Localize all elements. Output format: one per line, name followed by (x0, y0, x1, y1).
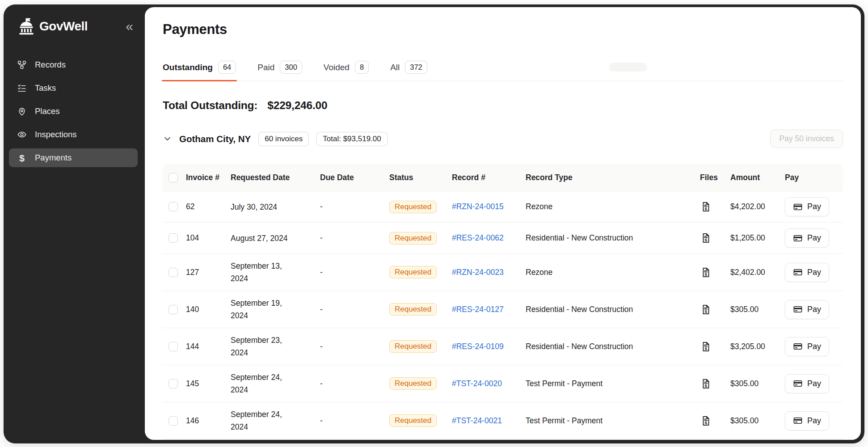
sidebar-nav: Records Tasks Places (4, 55, 145, 167)
invoice-number: 145 (186, 379, 231, 388)
tab-count-badge: 64 (218, 61, 236, 74)
tasks-icon (17, 83, 27, 93)
tab-outstanding[interactable]: Outstanding 64 (163, 61, 236, 81)
sidebar-item-tasks[interactable]: Tasks (9, 79, 138, 97)
requested-date: September 13, 2024 (231, 260, 320, 285)
record-link[interactable]: #RES-24-0127 (452, 305, 504, 314)
amount: $2,402.00 (730, 268, 785, 277)
sidebar-item-places[interactable]: Places (9, 102, 138, 121)
amount: $1,205.00 (730, 233, 785, 243)
row-checkbox[interactable] (169, 379, 178, 388)
pay-button[interactable]: Pay (785, 228, 829, 248)
invoice-file-icon[interactable]: $ (700, 378, 712, 389)
pay-button[interactable]: Pay (785, 300, 829, 319)
pay-button[interactable]: Pay (785, 411, 829, 430)
pay-button-label: Pay (807, 416, 821, 426)
due-date: - (320, 233, 389, 243)
sidebar-item-label: Inspections (35, 130, 77, 139)
record-link[interactable]: #TST-24-0021 (452, 416, 502, 426)
record-link[interactable]: #RZN-24-0023 (452, 268, 504, 277)
sidebar-header: GovWell « (4, 4, 145, 36)
sidebar-item-inspections[interactable]: Inspections (9, 125, 138, 144)
invoice-file-icon[interactable]: $ (700, 201, 712, 213)
column-header-amount: Amount (730, 173, 785, 182)
requested-date: August 27, 2024 (231, 232, 320, 245)
row-checkbox[interactable] (169, 342, 178, 351)
pay-button[interactable]: Pay (785, 337, 829, 356)
record-link[interactable]: #RZN-24-0015 (452, 202, 504, 211)
dollar-icon: $ (17, 152, 27, 163)
row-checkbox[interactable] (169, 416, 178, 426)
row-checkbox[interactable] (169, 202, 178, 211)
record-link[interactable]: #TST-24-0020 (452, 379, 502, 388)
sidebar-item-label: Records (35, 60, 66, 70)
brand-name: GovWell (39, 19, 88, 34)
column-header-files: Files (698, 173, 730, 182)
invoice-file-icon[interactable]: $ (700, 232, 712, 244)
column-header-record: Record # (452, 173, 526, 182)
main-content: Payments Outstanding 64 Paid 300 Voided … (145, 7, 861, 440)
tab-paid[interactable]: Paid 300 (257, 61, 302, 81)
record-type: Rezone (526, 268, 698, 277)
table-footer-strip (163, 439, 843, 440)
pay-all-invoices-button[interactable]: Pay 50 invoices (770, 130, 843, 148)
sidebar-item-payments[interactable]: $ Payments (9, 148, 138, 167)
tab-voided[interactable]: Voided 8 (324, 61, 369, 81)
invoice-number: 62 (186, 202, 231, 211)
row-checkbox[interactable] (169, 268, 178, 277)
due-date: - (320, 305, 389, 314)
invoice-file-icon[interactable]: $ (700, 341, 712, 352)
sidebar-item-records[interactable]: Records (9, 55, 138, 74)
record-link[interactable]: #RES-24-0062 (452, 233, 504, 243)
page-title: Payments (163, 21, 843, 38)
record-type: Test Permit - Payment (526, 379, 698, 388)
table-row: 144 September 23, 2024 - Requested #RES-… (163, 328, 843, 365)
status-badge: Requested (389, 303, 437, 316)
record-type: Residential - New Construction (526, 305, 698, 314)
column-header-due-date: Due Date (320, 173, 389, 182)
pay-button[interactable]: Pay (785, 263, 829, 282)
row-checkbox[interactable] (169, 305, 178, 314)
table-row: 62 July 30, 2024 - Requested #RZN-24-001… (163, 191, 843, 222)
credit-card-icon (793, 342, 803, 351)
credit-card-icon (793, 379, 803, 388)
svg-text:$: $ (704, 420, 707, 425)
column-header-status: Status (389, 173, 452, 182)
pay-button-label: Pay (807, 379, 821, 388)
tab-label: Voided (324, 63, 350, 72)
row-checkbox[interactable] (169, 233, 178, 243)
invoice-file-icon[interactable]: $ (700, 304, 712, 315)
svg-text:$: $ (704, 308, 707, 313)
pay-button[interactable]: Pay (785, 374, 829, 393)
map-pin-icon (17, 106, 27, 117)
column-header-requested-date: Requested Date (231, 171, 320, 184)
column-header-invoice: Invoice # (186, 173, 231, 182)
tab-all[interactable]: All 372 (390, 61, 427, 81)
table-row: 145 September 24, 2024 - Requested #TST-… (163, 365, 843, 402)
record-link[interactable]: #RES-24-0109 (452, 342, 504, 351)
credit-card-icon (793, 304, 803, 314)
govwell-capitol-logo-icon (17, 17, 36, 36)
pay-button-label: Pay (807, 202, 821, 211)
status-badge: Requested (389, 232, 437, 245)
due-date: - (320, 202, 389, 211)
record-type: Residential - New Construction (526, 342, 698, 351)
records-icon (17, 59, 27, 70)
requested-date: September 24, 2024 (231, 408, 320, 433)
record-type: Rezone (526, 202, 698, 211)
pay-button-label: Pay (807, 268, 821, 277)
record-type: Test Permit - Payment (526, 416, 698, 426)
invoice-number: 104 (186, 233, 231, 243)
sidebar-collapse-button[interactable]: « (125, 20, 134, 33)
sidebar-item-label: Places (35, 106, 60, 116)
amount: $3,205.00 (730, 342, 785, 351)
chevron-down-icon[interactable] (163, 135, 172, 143)
pay-button[interactable]: Pay (785, 197, 829, 216)
select-all-checkbox[interactable] (169, 173, 178, 182)
invoice-file-icon[interactable]: $ (700, 266, 712, 278)
status-badge: Requested (389, 414, 437, 427)
invoice-file-icon[interactable]: $ (700, 415, 712, 426)
svg-text:$: $ (704, 271, 707, 276)
invoice-number: 144 (186, 342, 231, 351)
total-outstanding-value: $229,246.00 (267, 99, 327, 112)
